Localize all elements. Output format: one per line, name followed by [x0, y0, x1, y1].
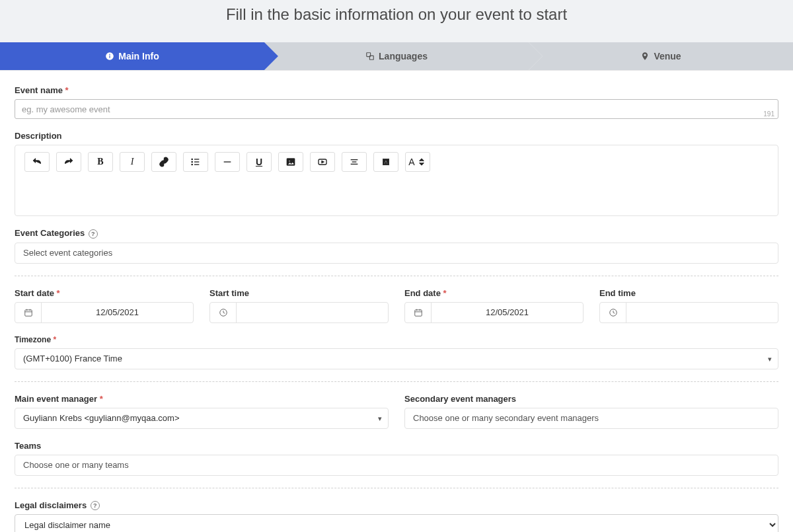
wizard-steps: Main Info Languages Venue: [0, 42, 793, 70]
end-time-field[interactable]: [626, 303, 778, 323]
start-time-field[interactable]: [237, 303, 388, 323]
clock-icon: [210, 303, 237, 323]
start-date-input[interactable]: [15, 302, 194, 323]
step-languages[interactable]: Languages: [264, 42, 529, 70]
languages-icon: [365, 52, 375, 61]
categories-select[interactable]: Select event categories: [15, 243, 778, 264]
label-start-date: Start date *: [15, 288, 194, 298]
form-main-info: Event name * 191 Description B I U A: [0, 70, 793, 532]
editor-content[interactable]: [15, 176, 778, 215]
bold-button[interactable]: B: [88, 152, 113, 172]
event-name-input[interactable]: [15, 99, 778, 119]
pin-icon: [640, 52, 650, 61]
image-button[interactable]: [278, 152, 303, 172]
label-main-manager: Main event manager *: [15, 394, 389, 404]
end-date-field[interactable]: [432, 303, 583, 323]
label-categories: Event Categories ?: [15, 228, 778, 239]
step-venue[interactable]: Venue: [529, 42, 793, 70]
end-time-input[interactable]: [599, 302, 778, 323]
label-teams: Teams: [15, 441, 778, 451]
main-manager-select[interactable]: Guyliann Krebs <guyliann@myqaa.com>: [15, 408, 389, 429]
svg-rect-28: [414, 309, 422, 315]
help-icon[interactable]: ?: [89, 229, 98, 239]
label-timezone: Timezone *: [15, 335, 778, 344]
svg-text:A: A: [384, 159, 388, 165]
label-end-date: End date *: [404, 288, 584, 298]
list-button[interactable]: [183, 152, 208, 172]
underline-button[interactable]: U: [246, 152, 272, 172]
svg-line-34: [613, 313, 615, 313]
divider: [15, 488, 778, 488]
label-start-time: Start time: [209, 288, 389, 298]
teams-select[interactable]: Choose one or many teams: [15, 455, 778, 476]
font-size-button[interactable]: A: [405, 152, 430, 172]
undo-button[interactable]: [24, 152, 50, 172]
svg-point-7: [192, 164, 192, 165]
label-end-time: End time: [599, 288, 778, 298]
align-button[interactable]: [342, 152, 367, 172]
label-description: Description: [15, 131, 778, 141]
end-date-input[interactable]: [404, 302, 584, 323]
legal-select[interactable]: Legal disclaimer name: [15, 514, 778, 532]
link-button[interactable]: [151, 152, 176, 172]
info-icon: [105, 52, 114, 61]
font-color-button[interactable]: A: [373, 152, 398, 172]
editor-toolbar: B I U A A: [15, 145, 778, 176]
italic-button[interactable]: I: [120, 152, 145, 172]
svg-marker-15: [322, 161, 324, 163]
svg-point-2: [110, 54, 111, 56]
hr-button[interactable]: [215, 152, 240, 172]
step-main-info[interactable]: Main Info: [0, 42, 264, 70]
secondary-managers-select[interactable]: Choose one or many secondary event manag…: [404, 408, 778, 429]
label-legal: Legal disclaimers ?: [15, 500, 778, 511]
start-date-field[interactable]: [42, 303, 193, 323]
timezone-select[interactable]: (GMT+0100) France Time: [15, 348, 778, 369]
step-label: Languages: [379, 51, 428, 61]
rich-editor: B I U A A: [15, 145, 778, 216]
start-time-input[interactable]: [209, 302, 389, 323]
svg-line-27: [223, 313, 225, 313]
clock-icon: [600, 303, 626, 323]
event-name-counter: 191: [763, 110, 774, 118]
svg-rect-21: [24, 309, 32, 315]
divider: [15, 381, 778, 382]
svg-rect-1: [110, 56, 110, 58]
step-label: Main Info: [118, 51, 159, 61]
label-event-name: Event name *: [15, 85, 778, 95]
calendar-icon: [15, 303, 42, 323]
svg-point-6: [192, 161, 192, 162]
redo-button[interactable]: [56, 152, 81, 172]
svg-point-5: [192, 159, 192, 159]
calendar-icon: [405, 303, 432, 323]
svg-point-13: [289, 161, 290, 162]
help-icon[interactable]: ?: [91, 501, 100, 510]
divider: [15, 276, 778, 276]
step-label: Venue: [654, 51, 681, 61]
label-secondary-managers: Secondary event managers: [404, 394, 778, 404]
page-title: Fill in the basic information on your ev…: [0, 0, 793, 42]
video-button[interactable]: [310, 152, 335, 172]
